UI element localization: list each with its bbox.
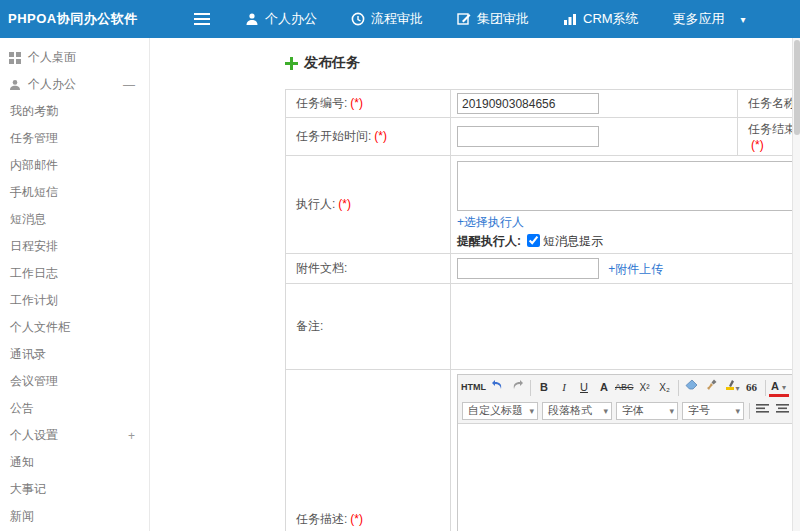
- sidebar-item-internal-mail[interactable]: 内部邮件: [0, 152, 149, 179]
- topbar: PHPOA协同办公软件 个人办公 流程审批 集团审批: [0, 0, 800, 38]
- font-color-button[interactable]: A▾: [769, 379, 789, 397]
- sms-remind-checkbox[interactable]: [527, 234, 540, 247]
- task-number-label: 任务编号:(*): [286, 90, 451, 118]
- format-painter-icon[interactable]: [702, 378, 722, 397]
- table-row: 任务开始时间:(*) 任务结束时间:(*): [286, 118, 800, 156]
- plus-icon: [285, 57, 298, 70]
- sidebar-item-personal-desktop[interactable]: 个人桌面: [0, 44, 149, 71]
- chevron-down-icon: ▾: [741, 14, 746, 25]
- table-row: 任务编号:(*) 任务名称:(*): [286, 90, 800, 118]
- bar-chart-icon: [563, 12, 577, 26]
- sidebar-item-notice[interactable]: 通知: [0, 449, 149, 476]
- task-number-input[interactable]: [457, 93, 599, 114]
- sidebar-item-file-cabinet[interactable]: 个人文件柜: [0, 314, 149, 341]
- sidebar-item-mobile-sms[interactable]: 手机短信: [0, 179, 149, 206]
- page-title: 发布任务: [285, 54, 800, 72]
- custom-title-dropdown[interactable]: 自定义标题▾: [462, 402, 538, 420]
- sidebar-item-personal-office[interactable]: 个人办公 —: [0, 71, 149, 98]
- sidebar-item-events[interactable]: 大事记: [0, 476, 149, 503]
- sidebar-item-short-message[interactable]: 短消息: [0, 206, 149, 233]
- remind-row: 提醒执行人:短消息提示: [457, 233, 800, 250]
- nav-label: 个人办公: [265, 10, 317, 28]
- nav-label: 更多应用: [673, 10, 725, 28]
- strikethrough-button[interactable]: ABC: [614, 378, 635, 397]
- font-size-dropdown[interactable]: 字号▾: [682, 402, 744, 420]
- chevron-down-icon: ▾: [669, 406, 674, 416]
- eraser-icon[interactable]: [682, 378, 702, 397]
- nav-personal-office[interactable]: 个人办公: [228, 0, 334, 38]
- main-content: 发布任务 任务编号:(*) 任务名称:(*) 任务开始时: [150, 38, 800, 531]
- underline-button[interactable]: U: [574, 378, 594, 397]
- sidebar-item-work-log[interactable]: 工作日志: [0, 260, 149, 287]
- html-source-button[interactable]: HTML: [460, 378, 487, 397]
- collapse-toggle[interactable]: —: [123, 78, 135, 92]
- nav-label: 集团审批: [477, 10, 529, 28]
- highlight-marker-icon[interactable]: ▾: [722, 378, 742, 397]
- remark-label: 备注:: [286, 284, 451, 370]
- superscript-button[interactable]: X²: [635, 378, 655, 397]
- task-name-label: 任务名称:(*): [738, 90, 800, 118]
- undo-icon[interactable]: [487, 378, 507, 397]
- blockquote-button[interactable]: 66: [742, 378, 762, 397]
- executor-textarea[interactable]: [457, 161, 795, 211]
- bold-button[interactable]: B: [534, 378, 554, 397]
- remind-executor-label: 提醒执行人:: [457, 234, 521, 248]
- sidebar-item-news[interactable]: 新闻: [0, 503, 149, 530]
- chevron-down-icon: ▾: [735, 406, 740, 416]
- attachment-upload-link[interactable]: +附件上传: [608, 262, 663, 276]
- sidebar-item-label: 个人桌面: [28, 49, 76, 66]
- sidebar-item-meeting-management[interactable]: 会议管理: [0, 368, 149, 395]
- start-time-input[interactable]: [457, 126, 599, 147]
- sidebar-item-contacts[interactable]: 通讯录: [0, 341, 149, 368]
- subscript-button[interactable]: X₂: [655, 378, 675, 397]
- paragraph-format-dropdown[interactable]: 段落格式▾: [542, 402, 612, 420]
- user-icon: [245, 12, 259, 26]
- nav-group-approval[interactable]: 集团审批: [440, 0, 546, 38]
- sidebar-item-my-attendance[interactable]: 我的考勤: [0, 98, 149, 125]
- remark-textarea[interactable]: [457, 287, 800, 363]
- attachment-input[interactable]: [457, 258, 599, 279]
- table-row: 备注:: [286, 284, 800, 370]
- font-family-dropdown[interactable]: 字体▾: [616, 402, 678, 420]
- sidebar-item-schedule[interactable]: 日程安排: [0, 233, 149, 260]
- menu-toggle-icon[interactable]: [194, 13, 210, 25]
- nav-process-approval[interactable]: 流程审批: [334, 0, 440, 38]
- scrollbar[interactable]: [792, 38, 800, 531]
- sidebar-item-task-management[interactable]: 任务管理: [0, 125, 149, 152]
- edit-square-icon: [457, 12, 471, 26]
- editor-toolbar: HTML B I U A: [458, 375, 794, 424]
- chevron-down-icon: ▾: [603, 406, 608, 416]
- publish-task-form: 任务编号:(*) 任务名称:(*) 任务开始时间:(*): [285, 89, 800, 531]
- nav-more-apps[interactable]: 更多应用 ▾: [656, 0, 763, 38]
- chevron-down-icon: ▾: [529, 406, 534, 416]
- font-style-button[interactable]: A: [594, 378, 614, 397]
- nav-label: 流程审批: [371, 10, 423, 28]
- editor-content[interactable]: [458, 424, 794, 531]
- sidebar-item-label: 个人办公: [28, 76, 76, 93]
- table-row: 任务描述:(*) HTML: [286, 370, 800, 531]
- grid-icon: [9, 52, 21, 64]
- description-label: 任务描述:(*): [286, 370, 451, 531]
- executor-label: 执行人:(*): [286, 156, 451, 254]
- redo-icon[interactable]: [507, 378, 527, 397]
- start-time-label: 任务开始时间:(*): [286, 118, 451, 156]
- nav-crm-system[interactable]: CRM系统: [546, 0, 656, 38]
- expand-toggle[interactable]: +: [128, 429, 135, 443]
- table-row: 附件文档: +附件上传: [286, 254, 800, 284]
- choose-executor-link[interactable]: +选择执行人: [457, 215, 524, 229]
- attachment-label: 附件文档:: [286, 254, 451, 284]
- scrollbar-thumb[interactable]: [794, 40, 800, 135]
- nav-label: CRM系统: [583, 10, 639, 28]
- sidebar-item-work-plan[interactable]: 工作计划: [0, 287, 149, 314]
- align-center-icon[interactable]: [776, 403, 790, 418]
- main-nav: 个人办公 流程审批 集团审批 CRM系统 更多应用: [228, 0, 763, 38]
- end-time-label: 任务结束时间:(*): [738, 118, 800, 156]
- sidebar-item-personal-settings[interactable]: 个人设置 +: [0, 422, 149, 449]
- sidebar: 个人桌面 个人办公 — 我的考勤 任务管理 内部邮件 手机短信 短消息 日程安排…: [0, 38, 150, 531]
- user-icon: [9, 79, 21, 91]
- align-left-icon[interactable]: [756, 403, 770, 418]
- sidebar-item-announcement[interactable]: 公告: [0, 395, 149, 422]
- italic-button[interactable]: I: [554, 378, 574, 397]
- process-approval-icon: [351, 12, 365, 26]
- table-row: 执行人:(*) +选择执行人 提醒执行人:短消息提示: [286, 156, 800, 254]
